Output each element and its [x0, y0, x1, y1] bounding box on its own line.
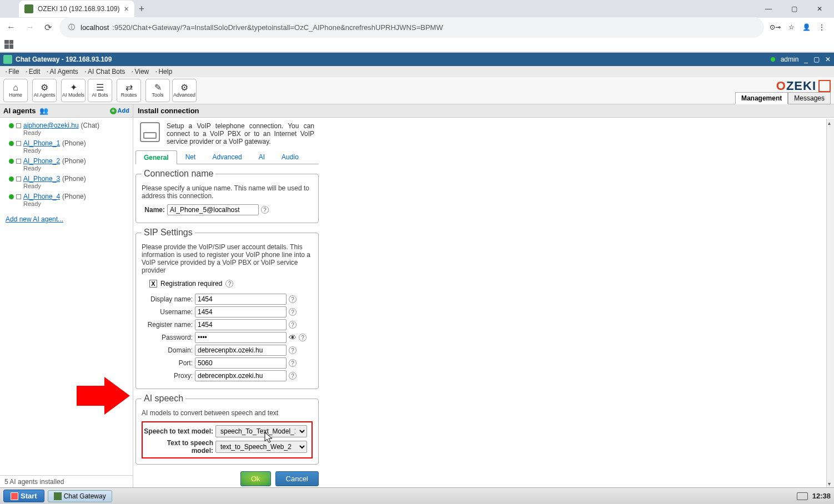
- install-description: Setup a VoIP telephone connection. You c…: [167, 122, 314, 145]
- menubar: File Edit AI Agents AI Chat Bots View He…: [0, 66, 834, 77]
- agent-icon: [16, 123, 21, 128]
- forward-button[interactable]: →: [23, 20, 37, 34]
- cancel-button[interactable]: Cancel: [275, 471, 319, 486]
- profile-icon[interactable]: 👤: [802, 23, 811, 31]
- username-input[interactable]: [195, 306, 287, 317]
- help-icon[interactable]: ?: [299, 334, 307, 341]
- toolbar-ai-agents-button[interactable]: ⚙AI Agents: [32, 79, 57, 102]
- eye-icon[interactable]: 👁: [289, 333, 297, 342]
- bots-icon: ☰: [96, 83, 104, 92]
- agent-icon: [16, 141, 21, 146]
- reload-button[interactable]: ⟳: [42, 20, 54, 35]
- help-icon[interactable]: ?: [289, 295, 297, 303]
- menu-ai-agents[interactable]: AI Agents: [43, 68, 82, 75]
- toolbar-ai-bots-button[interactable]: ☰AI Bots: [88, 79, 112, 102]
- help-icon[interactable]: ?: [289, 372, 297, 380]
- speech-to-text-select[interactable]: speech_To_Text_Model_1: [215, 425, 307, 437]
- password-icon[interactable]: ⊙⊸: [770, 23, 781, 31]
- new-tab-button[interactable]: +: [139, 3, 145, 15]
- agent-item[interactable]: aiphone@ozeki.hu (Chat) Ready: [3, 120, 129, 138]
- left-pane-footer: 5 AI agents installed: [0, 475, 133, 488]
- tools-icon: ✎: [154, 83, 162, 92]
- maximize-window-icon[interactable]: ▢: [783, 1, 805, 17]
- domain-input[interactable]: [195, 345, 287, 356]
- home-icon: ⌂: [13, 83, 18, 92]
- tab-management[interactable]: Management: [735, 92, 788, 104]
- browser-tab[interactable]: OZEKI 10 (192.168.93.109) ×: [19, 1, 134, 17]
- gear-icon: ⚙: [180, 83, 188, 92]
- favicon: [24, 4, 33, 13]
- name-input[interactable]: [167, 204, 259, 215]
- agent-item[interactable]: AI_Phone_3 (Phone) Ready: [3, 173, 129, 191]
- tab-messages[interactable]: Messages: [788, 92, 831, 104]
- apps-icon[interactable]: [4, 40, 13, 49]
- toolbar-home-button[interactable]: ⌂Home: [3, 79, 28, 102]
- left-pane-header: AI agents 👥 Add: [0, 104, 133, 118]
- help-icon[interactable]: ?: [289, 359, 297, 367]
- phone-icon: [140, 122, 160, 142]
- tab-ai[interactable]: AI: [250, 150, 273, 164]
- register-name-input[interactable]: [195, 319, 287, 330]
- site-info-icon[interactable]: ⓘ: [66, 21, 77, 34]
- help-icon[interactable]: ?: [289, 321, 297, 329]
- status-dot-icon: [9, 141, 14, 146]
- toolbar-advanced-button[interactable]: ⚙Advanced: [172, 79, 197, 102]
- status-dot-icon: [9, 123, 14, 128]
- agent-icon: [16, 194, 21, 199]
- ok-button[interactable]: Ok: [240, 471, 271, 486]
- center-header: Install connection: [133, 104, 834, 118]
- scrollbar[interactable]: [826, 119, 834, 488]
- address-bar[interactable]: ⓘ localhost:9520/Chat+Gateway/?a=Install…: [59, 17, 764, 38]
- menu-ai-chat-bots[interactable]: AI Chat Bots: [82, 68, 129, 75]
- close-window-icon[interactable]: ✕: [808, 1, 831, 17]
- password-input[interactable]: [195, 332, 287, 343]
- bookmark-star-icon[interactable]: ☆: [788, 23, 795, 31]
- status-dot-icon: [771, 57, 775, 62]
- user-label: admin: [781, 56, 799, 63]
- app-title: Chat Gateway - 192.168.93.109: [16, 56, 112, 63]
- status-dot-icon: [9, 194, 14, 199]
- registration-checkbox[interactable]: X: [149, 280, 157, 288]
- agent-item[interactable]: AI_Phone_4 (Phone) Ready: [3, 191, 129, 209]
- status-dot-icon: [9, 177, 14, 182]
- tab-net[interactable]: Net: [177, 150, 204, 164]
- add-new-agent-link[interactable]: Add new AI agent...: [6, 215, 63, 223]
- agent-item[interactable]: AI_Phone_1 (Phone) Ready: [3, 138, 129, 155]
- tab-general[interactable]: General: [135, 150, 177, 164]
- agents-header-icon: 👥: [39, 107, 48, 115]
- app-close-icon[interactable]: ✕: [825, 56, 831, 63]
- close-tab-icon[interactable]: ×: [124, 4, 128, 13]
- help-icon[interactable]: ?: [289, 308, 297, 316]
- toolbar-routes-button[interactable]: ⇄Routes: [117, 79, 141, 102]
- menu-file[interactable]: File: [2, 68, 22, 75]
- help-icon[interactable]: ?: [261, 206, 269, 214]
- toolbar-tools-button[interactable]: ✎Tools: [145, 79, 170, 102]
- menu-icon[interactable]: ⋮: [818, 23, 825, 31]
- agent-icon: [16, 159, 21, 164]
- status-dot-icon: [9, 159, 14, 164]
- tab-audio[interactable]: Audio: [273, 150, 307, 164]
- agent-item[interactable]: AI_Phone_2 (Phone) Ready: [3, 155, 129, 173]
- menu-help[interactable]: Help: [152, 68, 175, 75]
- app-minimize-icon[interactable]: _: [804, 56, 808, 63]
- app-maximize-icon[interactable]: ▢: [813, 56, 820, 63]
- minimize-window-icon[interactable]: —: [757, 1, 780, 17]
- back-button[interactable]: ←: [4, 20, 18, 34]
- tab-title: OZEKI 10 (192.168.93.109): [38, 5, 119, 13]
- help-icon[interactable]: ?: [225, 280, 233, 288]
- brand-icon: [818, 80, 831, 92]
- agent-icon: [16, 177, 21, 182]
- app-titlebar: Chat Gateway - 192.168.93.109 admin _ ▢ …: [0, 53, 834, 66]
- tab-advanced[interactable]: Advanced: [204, 150, 250, 164]
- port-input[interactable]: [195, 357, 287, 369]
- help-icon[interactable]: ?: [289, 346, 297, 354]
- toolbar-ai-models-button[interactable]: ✦AI Models: [61, 79, 86, 102]
- menu-edit[interactable]: Edit: [22, 68, 43, 75]
- menu-view[interactable]: View: [128, 68, 152, 75]
- url-host: localhost: [81, 23, 109, 32]
- add-agent-link[interactable]: Add: [110, 107, 129, 114]
- models-icon: ✦: [70, 83, 77, 92]
- proxy-input[interactable]: [195, 370, 287, 381]
- text-to-speech-select[interactable]: text_to_Speech_Web_2: [215, 441, 307, 453]
- display-name-input[interactable]: [195, 294, 287, 305]
